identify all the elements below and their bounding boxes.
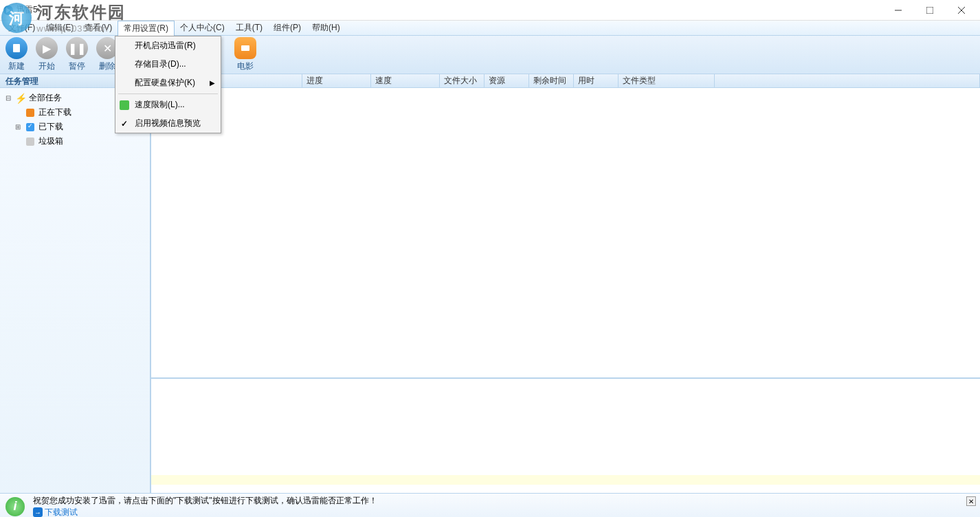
- sidebar: 任务管理 ⊟ ⚡ 全部任务 正在下载 ⊞ 已下载 垃圾箱: [0, 74, 151, 493]
- dropdown-disk-protect[interactable]: 配置硬盘保护(K)▶: [115, 74, 221, 92]
- dropdown-storage[interactable]: 存储目录(D)...: [115, 55, 221, 74]
- detail-panel: [151, 377, 980, 493]
- col-progress[interactable]: 进度: [302, 74, 371, 87]
- col-elapsed[interactable]: 用时: [574, 74, 619, 87]
- info-icon: i: [5, 497, 25, 516]
- new-icon: [5, 37, 27, 59]
- dropdown-video-preview[interactable]: 启用视频信息预览: [115, 114, 221, 133]
- svg-rect-6: [241, 45, 249, 51]
- expand-icon[interactable]: ⊞: [14, 123, 22, 131]
- col-filetype[interactable]: 文件类型: [619, 74, 715, 87]
- done-icon: [25, 122, 36, 133]
- menu-tools[interactable]: 工具(T): [230, 21, 268, 35]
- svg-rect-2: [926, 7, 933, 14]
- collapse-icon[interactable]: ⊟: [4, 94, 12, 102]
- menu-view[interactable]: 查看(V): [79, 21, 118, 35]
- dropdown-speed-limit[interactable]: 速度限制(L)...: [115, 96, 221, 114]
- pause-button[interactable]: ❚❚ 暂停: [66, 37, 88, 72]
- minimize-button[interactable]: [882, 0, 914, 21]
- settings-dropdown: 开机启动迅雷(R) 存储目录(D)... 配置硬盘保护(K)▶ 速度限制(L).…: [115, 36, 221, 133]
- info-bar: i 祝贺您成功安装了迅雷，请点击下面的"下载测试"按钮进行下载测试，确认迅雷能否…: [0, 493, 980, 517]
- col-filesize[interactable]: 文件大小: [440, 74, 485, 87]
- menu-help[interactable]: 帮助(H): [307, 21, 346, 35]
- col-resource[interactable]: 资源: [485, 74, 529, 87]
- movie-button[interactable]: 电影: [234, 37, 256, 72]
- trash-icon: [25, 136, 36, 147]
- arrow-right-icon: →: [33, 507, 43, 517]
- menubar: 文件(F) 编辑(E) 查看(V) 常用设置(R) 个人中心(C) 工具(T) …: [0, 21, 980, 36]
- maximize-button[interactable]: [914, 0, 946, 21]
- window-title: 迅雷5: [16, 4, 882, 16]
- col-speed[interactable]: 速度: [371, 74, 440, 87]
- movie-icon: [234, 37, 256, 59]
- new-button[interactable]: 新建: [5, 37, 27, 72]
- info-message: 祝贺您成功安装了迅雷，请点击下面的"下载测试"按钮进行下载测试，确认迅雷能否正常…: [33, 495, 975, 507]
- tree-trash[interactable]: 垃圾箱: [1, 134, 148, 148]
- start-button[interactable]: ▶ 开始: [36, 37, 58, 72]
- submenu-arrow-icon: ▶: [210, 79, 215, 87]
- col-remaining[interactable]: 剩余时间: [529, 74, 574, 87]
- detail-highlight-row: [151, 475, 980, 485]
- dropdown-startup[interactable]: 开机启动迅雷(R): [115, 36, 221, 55]
- col-spacer: [715, 74, 980, 87]
- task-list[interactable]: [151, 88, 980, 377]
- menu-components[interactable]: 组件(P): [268, 21, 307, 35]
- titlebar: 迅雷5: [0, 0, 980, 21]
- content-area: 状态 文件名称 进度 速度 文件大小 资源 剩余时间 用时 文件类型: [151, 74, 980, 493]
- play-icon: ▶: [36, 37, 58, 59]
- app-icon: [3, 5, 14, 16]
- infobar-close-button[interactable]: ✕: [966, 496, 976, 506]
- pause-icon: ❚❚: [66, 37, 88, 59]
- menu-edit[interactable]: 编辑(E): [41, 21, 79, 35]
- speed-limit-icon: [120, 100, 129, 110]
- menu-file[interactable]: 文件(F): [3, 21, 41, 35]
- svg-rect-5: [13, 44, 20, 52]
- thunder-icon: ⚡: [15, 93, 26, 104]
- downloading-icon: [25, 107, 36, 118]
- close-button[interactable]: [946, 0, 977, 21]
- menu-settings[interactable]: 常用设置(R): [118, 21, 175, 36]
- download-test-link[interactable]: → 下载测试: [33, 507, 78, 518]
- menu-personal[interactable]: 个人中心(C): [175, 21, 230, 35]
- dropdown-separator: [118, 94, 218, 94]
- column-header: 状态 文件名称 进度 速度 文件大小 资源 剩余时间 用时 文件类型: [151, 74, 980, 88]
